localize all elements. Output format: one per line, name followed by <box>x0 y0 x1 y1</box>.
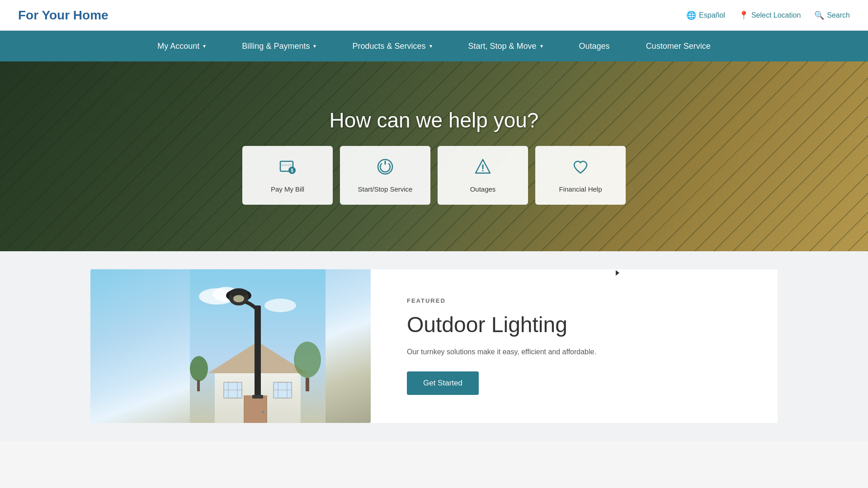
financial-help-label: Financial Help <box>559 185 602 193</box>
nav-item-customer-service[interactable]: Customer Service <box>628 31 729 61</box>
svg-point-29 <box>294 342 321 378</box>
nav-item-outages[interactable]: Outages <box>561 31 628 61</box>
start-stop-icon <box>376 158 394 180</box>
chevron-down-icon: ▾ <box>429 43 432 49</box>
hero-cards: $ Pay My Bill Start/Stop Service <box>242 146 626 205</box>
featured-description: Our turnkey solutions make it easy, effi… <box>407 346 741 358</box>
pay-bill-label: Pay My Bill <box>271 185 304 193</box>
nav-label-outages: Outages <box>579 42 610 51</box>
svg-rect-23 <box>255 305 261 396</box>
nav-label-my-account: My Account <box>157 42 199 51</box>
get-started-button[interactable]: Get Started <box>407 371 479 395</box>
chevron-down-icon: ▾ <box>203 43 206 49</box>
pay-bill-icon: $ <box>278 158 297 180</box>
pin-icon: 📍 <box>739 10 749 20</box>
hero-title: How can we help you? <box>330 108 539 132</box>
nav-item-start-stop-move[interactable]: Start, Stop & Move ▾ <box>450 31 561 61</box>
espanol-label: Español <box>699 11 725 19</box>
search-link[interactable]: 🔍 Search <box>814 10 850 20</box>
nav-item-my-account[interactable]: My Account ▾ <box>139 31 224 61</box>
featured-section: FEATURED Outdoor Lighting Our turnkey so… <box>0 251 868 441</box>
hero-section: How can we help you? $ Pay My Bill <box>0 61 868 251</box>
svg-rect-1 <box>280 164 293 166</box>
nav-label-start-stop-move: Start, Stop & Move <box>468 42 537 51</box>
svg-point-22 <box>262 411 264 413</box>
nav-label-products-services: Products & Services <box>352 42 425 51</box>
svg-rect-30 <box>306 378 309 391</box>
search-label: Search <box>827 11 850 19</box>
featured-badge: FEATURED <box>407 297 741 304</box>
svg-rect-32 <box>197 380 200 391</box>
svg-rect-21 <box>244 396 267 423</box>
outages-label: Outages <box>470 185 496 193</box>
top-bar-links: 🌐 Español 📍 Select Location 🔍 Search <box>686 10 850 20</box>
hero-card-pay-bill[interactable]: $ Pay My Bill <box>242 146 333 205</box>
hero-card-financial-help[interactable]: Financial Help <box>535 146 626 205</box>
nav-label-customer-service: Customer Service <box>646 42 711 51</box>
svg-point-12 <box>264 299 296 312</box>
select-location-link[interactable]: 📍 Select Location <box>739 10 801 20</box>
svg-point-27 <box>233 295 244 302</box>
search-icon: 🔍 <box>814 10 824 20</box>
chevron-down-icon: ▾ <box>313 43 316 49</box>
svg-text:$: $ <box>291 168 293 173</box>
hero-card-outages[interactable]: Outages <box>438 146 528 205</box>
nav-item-billing-payments[interactable]: Billing & Payments ▾ <box>224 31 334 61</box>
chevron-down-icon: ▾ <box>540 43 543 49</box>
nav-label-billing-payments: Billing & Payments <box>242 42 310 51</box>
svg-point-8 <box>482 170 484 171</box>
hero-content: How can we help you? $ Pay My Bill <box>242 108 626 205</box>
hero-card-start-stop[interactable]: Start/Stop Service <box>340 146 430 205</box>
featured-content: FEATURED Outdoor Lighting Our turnkey so… <box>371 269 778 423</box>
espanol-link[interactable]: 🌐 Español <box>686 10 725 20</box>
svg-point-31 <box>190 356 208 381</box>
start-stop-label: Start/Stop Service <box>358 185 413 193</box>
svg-rect-28 <box>252 395 263 399</box>
main-nav: My Account ▾ Billing & Payments ▾ Produc… <box>0 31 868 61</box>
featured-image <box>90 269 371 423</box>
globe-icon: 🌐 <box>686 10 696 20</box>
select-location-label: Select Location <box>751 11 801 19</box>
featured-title: Outdoor Lighting <box>407 313 741 337</box>
top-bar: For Your Home 🌐 Español 📍 Select Locatio… <box>0 0 868 31</box>
financial-help-icon <box>571 158 590 180</box>
site-logo: For Your Home <box>18 8 108 23</box>
outages-icon <box>474 158 492 180</box>
nav-item-products-services[interactable]: Products & Services ▾ <box>334 31 450 61</box>
